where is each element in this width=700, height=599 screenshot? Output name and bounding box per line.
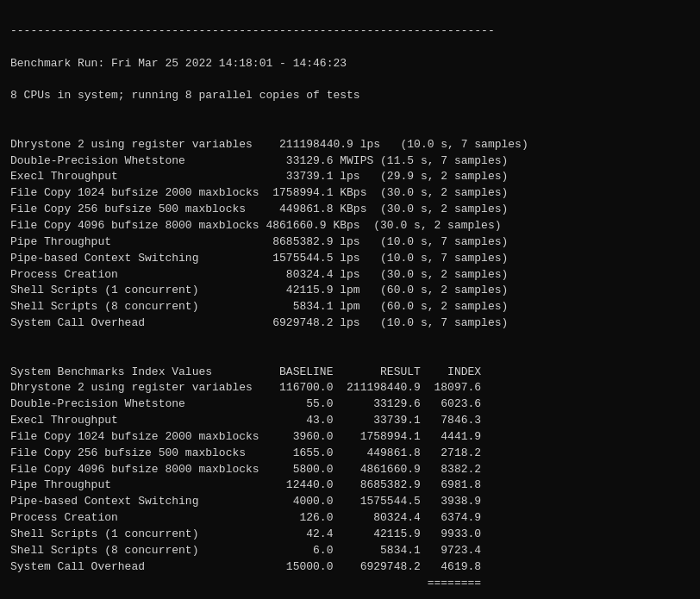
raw-result-2: Double-Precision Whetstone 33129.6 MWIPS…: [10, 154, 508, 167]
index-result-4: File Copy 1024 bufsize 2000 maxblocks 39…: [10, 430, 481, 443]
index-result-3: Execl Throughput 43.0 33739.1 7846.3: [10, 414, 481, 427]
index-result-8: Pipe-based Context Switching 4000.0 1575…: [10, 495, 481, 508]
raw-result-10: Shell Scripts (1 concurrent) 42115.9 lpm…: [10, 284, 508, 296]
cpu-info: 8 CPUs in system; running 8 parallel cop…: [10, 89, 360, 102]
raw-result-4: File Copy 1024 bufsize 2000 maxblocks 17…: [10, 186, 508, 199]
index-result-1: Dhrystone 2 using register variables 116…: [10, 381, 481, 394]
index-result-9: Process Creation 126.0 80324.4 6374.9: [10, 511, 481, 524]
raw-result-6: File Copy 4096 bufsize 8000 maxblocks 48…: [10, 219, 502, 232]
equals-separator: ========: [10, 577, 481, 590]
raw-result-8: Pipe-based Context Switching 1575544.5 l…: [10, 252, 508, 265]
raw-result-11: Shell Scripts (8 concurrent) 5834.1 lpm …: [10, 300, 508, 313]
raw-result-3: Execl Throughput 33739.1 lps (29.9 s, 2 …: [10, 170, 508, 183]
index-result-11: Shell Scripts (8 concurrent) 6.0 5834.1 …: [10, 544, 481, 557]
raw-result-5: File Copy 256 bufsize 500 maxblocks 4498…: [10, 203, 508, 215]
benchmark-run-text: Benchmark Run: Fri Mar 25 2022 14:18:01 …: [10, 57, 347, 70]
index-header-line: System Benchmarks Index Values BASELINE …: [10, 365, 481, 378]
raw-result-12: System Call Overhead 6929748.2 lps (10.0…: [10, 316, 508, 329]
index-result-7: Pipe Throughput 12440.0 8685382.9 6981.8: [10, 478, 481, 491]
raw-result-9: Process Creation 80324.4 lps (30.0 s, 2 …: [10, 268, 508, 281]
index-result-2: Double-Precision Whetstone 55.0 33129.6 …: [10, 397, 481, 410]
index-result-10: Shell Scripts (1 concurrent) 42.4 42115.…: [10, 527, 481, 540]
separator-line: ----------------------------------------…: [10, 24, 495, 37]
terminal-output: ----------------------------------------…: [10, 7, 690, 599]
index-result-12: System Call Overhead 15000.0 6929748.2 4…: [10, 560, 481, 573]
raw-result-1: Dhrystone 2 using register variables 211…: [10, 138, 528, 151]
index-result-5: File Copy 256 bufsize 500 maxblocks 1655…: [10, 446, 481, 459]
index-result-6: File Copy 4096 bufsize 8000 maxblocks 58…: [10, 463, 481, 476]
raw-result-7: Pipe Throughput 8685382.9 lps (10.0 s, 7…: [10, 235, 508, 248]
